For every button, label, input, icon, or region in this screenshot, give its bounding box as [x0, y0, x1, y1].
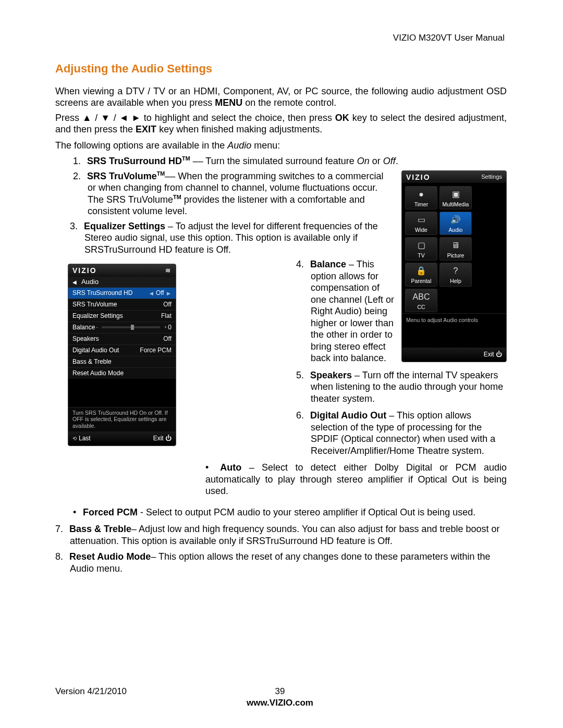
n5: 5.	[296, 369, 308, 381]
page-footer: Version 4/21/2010 39 www.VIZIO.com	[55, 686, 505, 697]
intro2-a: Press ▲ / ▼ / ◄ ► to highlight and selec…	[55, 113, 335, 123]
row-value: Off	[163, 301, 172, 309]
osd-audio-last[interactable]: ⟲Last	[72, 435, 91, 442]
osd-settings-cell-multimedia[interactable]: ▣MultiMedia	[439, 186, 472, 209]
intro2-e: key when finished making adjustments.	[156, 124, 322, 134]
row-label: Reset Audio Mode	[72, 369, 124, 377]
triangle-right-icon: ▶	[167, 291, 170, 296]
li2-bold: SRS TruVolume	[87, 171, 157, 181]
bullet-icon: •	[73, 507, 80, 519]
n8: 8.	[55, 551, 67, 563]
fpcm-dash: -	[138, 507, 146, 517]
row-value: 0	[168, 324, 172, 331]
osd-audio-hint: Turn SRS TruSurround HD On or Off. If OF…	[68, 407, 176, 431]
exit-label: Exit	[484, 351, 494, 358]
cell-label: TV	[406, 252, 437, 259]
loop-icon: ⟲	[72, 436, 77, 441]
li7-bold: Bass & Treble	[69, 524, 131, 534]
exit-label: Exit	[153, 435, 164, 442]
cell-label: Timer	[406, 201, 437, 208]
row-value: Flat	[161, 312, 172, 320]
osd-settings-cell-help[interactable]: ?Help	[439, 263, 472, 286]
li5-dash: –	[352, 370, 362, 380]
intro3-audio: Audio	[227, 140, 251, 151]
n3: 3.	[70, 220, 81, 232]
li1-bold: SRS TruSurround HD	[87, 156, 182, 166]
cell-label: MultiMedia	[440, 201, 471, 208]
osd-settings-cell-cc[interactable]: ABCCC	[405, 289, 437, 312]
osd-settings-exit[interactable]: Exit ⏻	[484, 351, 502, 359]
osd-audio-row-3[interactable]: Balance-+0	[68, 322, 176, 333]
osd-audio-row-4[interactable]: Speakers Off	[68, 333, 176, 344]
osd-settings-cell-wide[interactable]: ▭Wide	[405, 212, 437, 235]
row-label: Bass & Treble	[72, 358, 112, 366]
wifi-icon: ≋	[165, 267, 172, 275]
osd-audio-row-5[interactable]: Digital Audio Out Force PCM	[68, 344, 176, 356]
sub-bullet-auto: • Auto – Select to detect either Dolby D…	[205, 462, 507, 497]
osd-settings-titlebar: VIZIO Settings	[402, 171, 506, 183]
fpcm-bold: Forced PCM	[83, 507, 138, 517]
tv-icon: ▢	[414, 240, 428, 251]
osd-settings-hint: Menu to adjust Audio controls	[402, 313, 506, 327]
intro2-ok: OK	[335, 113, 349, 123]
sub-bullet-forced-pcm: • Forced PCM - Select to output PCM audi…	[73, 507, 507, 519]
li5-bold: Speakers	[310, 370, 352, 380]
li1-off: Off	[383, 156, 396, 166]
intro2-exit: EXIT	[136, 124, 156, 134]
bullet-icon: •	[205, 462, 213, 474]
row-value: ◀ Off ▶	[149, 289, 172, 297]
list-item-8: 8. Reset Audio Mode– This option allows …	[55, 551, 507, 574]
li3-dash: –	[165, 221, 176, 231]
li7-dash: –	[131, 524, 139, 534]
osd-settings-cell-timer[interactable]: ●Timer	[405, 186, 437, 209]
balance-slider[interactable]	[102, 326, 160, 328]
footer-website: www.VIZIO.com	[247, 697, 313, 708]
list-item-1: 1. SRS TruSurround HDTM –– Turn the simu…	[73, 155, 507, 167]
osd-settings-cell-picture[interactable]: 🖥Picture	[439, 237, 472, 261]
osd-audio-row-2[interactable]: Equalizer Settings Flat	[68, 310, 176, 322]
li1-text: Turn the simulated surround feature	[205, 156, 357, 166]
osd-settings-cell-tv[interactable]: ▢TV	[405, 237, 437, 261]
row-value: Force PCM	[140, 347, 172, 354]
intro3-a: The following options are available in t…	[55, 140, 227, 151]
row-label: Digital Audio Out	[72, 347, 119, 354]
li4-bold: Balance	[310, 259, 346, 269]
osd-audio-exit[interactable]: Exit ⏻	[153, 435, 172, 442]
cell-label: Audio	[440, 227, 471, 233]
power-icon: ⏻	[165, 435, 172, 442]
osd-settings-cell-audio[interactable]: 🔊Audio	[439, 212, 472, 235]
page-title: Adjusting the Audio Settings	[55, 61, 507, 76]
row-label: Equalizer Settings	[72, 312, 123, 320]
intro1-menu: MENU	[215, 97, 242, 108]
n1: 1.	[73, 155, 84, 167]
help-icon: ?	[449, 265, 462, 277]
osd-audio-titlebar: VIZIO ≋	[68, 264, 176, 277]
li4-dash: –	[346, 259, 357, 269]
cell-label: Wide	[406, 227, 437, 233]
osd-settings-cell-parental[interactable]: 🔒Parental	[405, 263, 437, 286]
cell-label: Help	[440, 278, 471, 285]
li3-bold: Equalizer Settings	[84, 221, 165, 231]
osd-settings-brand: VIZIO	[406, 173, 431, 182]
footer-version: Version 4/21/2010	[55, 686, 127, 696]
row-label: SRS TruSurround HD	[72, 289, 132, 297]
li4-text: This option allows for compensation of o…	[311, 259, 394, 363]
li8-bold: Reset Audio	[69, 551, 126, 562]
cell-label: CC	[406, 304, 437, 311]
audio-icon: 🔊	[449, 214, 462, 226]
header-product: VIZIO M320VT User Manual	[393, 32, 505, 43]
osd-audio-row-7[interactable]: Reset Audio Mode	[68, 367, 176, 379]
intro1-tail: on the remote control.	[242, 97, 336, 108]
cell-label: Parental	[406, 278, 437, 285]
intro-paragraph-1: When viewing a DTV / TV or an HDMI, Comp…	[55, 85, 507, 109]
osd-audio-row-6[interactable]: Bass & Treble	[68, 356, 176, 367]
n7: 7.	[55, 523, 67, 535]
osd-audio-row-1[interactable]: SRS TruVolume Off	[68, 299, 176, 310]
li1-dash: ––	[190, 156, 206, 166]
row-label: Speakers	[72, 335, 99, 343]
row-value: Off	[163, 335, 172, 343]
li2-tm: TM	[157, 170, 165, 177]
li1-mid: or	[370, 156, 383, 166]
osd-audio-row-0[interactable]: SRS TruSurround HD◀ Off ▶	[68, 287, 176, 299]
n6: 6.	[296, 410, 308, 422]
